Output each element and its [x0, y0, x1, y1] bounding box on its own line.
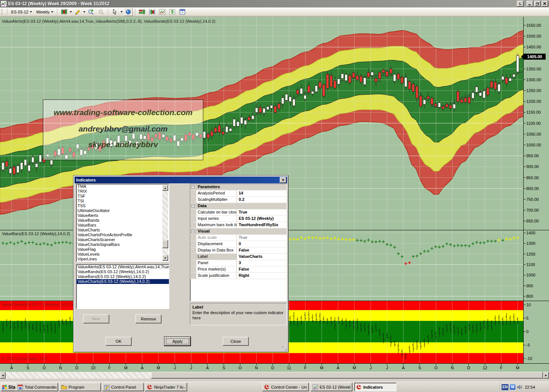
property-value[interactable]: False [237, 266, 286, 272]
property-value[interactable]: ValueCharts [237, 254, 286, 260]
property-row[interactable]: LabelValueCharts [190, 254, 286, 260]
cursor-button[interactable] [110, 8, 119, 16]
indicators-button[interactable] [138, 8, 147, 16]
zoom-out-button[interactable] [97, 8, 106, 16]
indicator-list-item[interactable]: ValueBands [76, 218, 169, 223]
ok-button[interactable]: OK [106, 337, 132, 346]
title-bar[interactable]: ES 03-12 (Weekly) Week 29/2009 - Week 11… [0, 0, 549, 7]
property-grid[interactable]: −ParametersAnalysisPeriod14ScalingMultip… [190, 184, 287, 301]
property-category-row[interactable]: −Visual [190, 228, 286, 235]
window-extra-button[interactable]: L [517, 1, 524, 7]
property-value[interactable]: True [237, 235, 286, 241]
indicator-list-item[interactable]: ValueLevels [76, 252, 169, 257]
zoom-in-button[interactable] [87, 8, 95, 16]
new-button[interactable]: New [83, 314, 109, 323]
apply-button[interactable]: Apply [164, 337, 191, 346]
property-row[interactable]: Scale justificationRight [190, 273, 286, 279]
property-row[interactable]: Auto scaleTrue [190, 235, 286, 241]
taskbar-button-total-commander-7-03[interactable]: Total Commander 7.03 - ... [16, 383, 58, 391]
dialog-close-button[interactable]: Close [223, 337, 249, 346]
configured-indicator-item[interactable]: ValueAlerts(ES 03-12 (Weekly),Alert4.wav… [76, 265, 169, 269]
toolbar-grip[interactable] [1, 9, 4, 15]
draw-button[interactable] [73, 8, 82, 16]
scrollbar-track[interactable] [6, 372, 151, 379]
property-value[interactable]: TwoHundredFiftySix [237, 222, 286, 228]
scroll-down-button[interactable]: ▼ [162, 255, 168, 261]
property-category-row[interactable]: −Data [190, 203, 286, 209]
account-button[interactable]: $ [168, 8, 177, 16]
configured-indicator-item[interactable]: ValueBands(ES 03-12 (Weekly),14,0.2) [76, 269, 169, 274]
scroll-left-button[interactable]: ◄ [0, 372, 6, 379]
close-button[interactable] [542, 1, 548, 7]
indicator-list-item[interactable]: ViperLines [76, 257, 169, 262]
indicator-list-item[interactable]: ValueChartsSignalBars [76, 242, 169, 247]
available-indicators-list[interactable]: TMATRIXTSFTSITSSUltimateOscillatorValueA… [76, 184, 169, 262]
chart-style-button[interactable] [60, 8, 69, 16]
remove-button[interactable]: Remove [135, 314, 161, 323]
taskbar-button-es-03-12-weekly-wee[interactable]: ES 03-12 (Weekly) Wee... [311, 383, 352, 391]
dialog-close-icon[interactable]: ✕ [280, 177, 286, 183]
property-value[interactable]: 14 [237, 190, 286, 196]
indicator-list-item[interactable]: TMA [76, 184, 169, 189]
property-row[interactable]: ScalingMultiplier0.2 [190, 197, 286, 203]
indicator-list-item[interactable]: TSF [76, 194, 169, 199]
collapse-icon[interactable]: − [191, 230, 195, 233]
indicator-list-item[interactable]: ValueAlerts [76, 213, 169, 218]
taskbar-button-ninjatrader-7-lic-emu-v5-06[interactable]: NinjaTrader 7 lic.emu v5.06 [145, 383, 187, 391]
taskbar-button-indicators[interactable]: Indicators [354, 383, 396, 391]
crosshair-button[interactable] [124, 8, 133, 16]
configured-indicator-item[interactable]: ValueBars(ES 03-12 (Weekly),14,0.2) [76, 274, 169, 279]
instrument-dropdown[interactable]: ES 03-12 [10, 9, 34, 15]
collapse-icon[interactable]: − [191, 204, 195, 208]
indicator-list-item[interactable]: ValueCharts [76, 228, 169, 233]
property-value[interactable]: 0.2 [237, 197, 286, 203]
property-value[interactable]: True [237, 209, 286, 215]
list-scrollbar-thumb[interactable] [162, 240, 168, 248]
property-value[interactable]: 3 [237, 260, 286, 266]
indicator-list-item[interactable]: UltimateOscillator [76, 208, 169, 213]
property-category-row[interactable]: −Parameters [190, 184, 286, 190]
indicator-list-item[interactable]: TSI [76, 199, 169, 203]
data-grid-button[interactable] [178, 8, 187, 16]
indicator-list-item[interactable]: TRIX [76, 189, 169, 194]
taskbar-button-control-center-untitled1[interactable]: Control Center - Untitled1 [262, 383, 309, 391]
property-row[interactable]: Displacement0 [190, 241, 286, 247]
indicator-list-item[interactable]: ValueChartsScanner [76, 237, 169, 242]
scroll-up-button[interactable]: ▲ [162, 185, 168, 191]
chevron-down-icon[interactable] [70, 11, 72, 13]
indicator-list-item[interactable]: ValueFlag [76, 247, 169, 252]
restore-button[interactable] [534, 1, 541, 7]
property-row[interactable]: Panel3 [190, 260, 286, 266]
data-series-button[interactable] [148, 8, 157, 16]
property-value[interactable]: Right [237, 273, 286, 279]
chevron-down-icon[interactable] [83, 11, 85, 13]
chart-properties-button[interactable] [158, 8, 167, 16]
property-row[interactable]: Maximum bars look baTwoHundredFiftySix [190, 222, 286, 228]
property-value[interactable]: False [237, 247, 286, 253]
property-row[interactable]: Display in Data BoxFalse [190, 247, 286, 254]
tray-app-icon[interactable]: M [510, 384, 515, 390]
volume-icon[interactable] [517, 385, 523, 390]
property-row[interactable]: Calculate on bar closeTrue [190, 209, 286, 216]
resize-grip[interactable] [282, 346, 287, 351]
minimize-button[interactable] [527, 1, 533, 7]
scrollbar-thumb[interactable] [151, 372, 543, 379]
collapse-icon[interactable]: − [191, 185, 195, 189]
list-scrollbar[interactable]: ▲ ▼ [162, 185, 168, 261]
chevron-down-icon[interactable] [120, 11, 123, 13]
configured-indicator-item[interactable]: ValueCharts(ES 03-12 (Weekly),14,0.2) [76, 279, 169, 284]
indicator-list-item[interactable]: ValueChartsPriceActionProfile [76, 233, 169, 237]
indicator-list-item[interactable]: TSS [76, 203, 169, 208]
property-row[interactable]: Price marker(s)False [190, 266, 286, 273]
language-indicator[interactable]: EN [502, 384, 508, 390]
taskbar-button-control-panel[interactable]: Control Panel [102, 383, 144, 391]
dialog-title-bar[interactable]: Indicators ✕ [75, 177, 287, 183]
property-row[interactable]: AnalysisPeriod14 [190, 190, 286, 197]
taskbar-button-program[interactable]: Program [59, 383, 101, 391]
scroll-right-button[interactable]: ► [543, 372, 549, 379]
property-row[interactable]: Input seriesES 03-12 (Weekly) [190, 216, 286, 222]
property-value[interactable]: ES 03-12 (Weekly) [237, 216, 286, 222]
configured-indicators-list[interactable]: ValueAlerts(ES 03-12 (Weekly),Alert4.wav… [76, 264, 169, 309]
indicator-list-item[interactable]: ValueBars [76, 223, 169, 228]
property-value[interactable]: 0 [237, 241, 286, 247]
